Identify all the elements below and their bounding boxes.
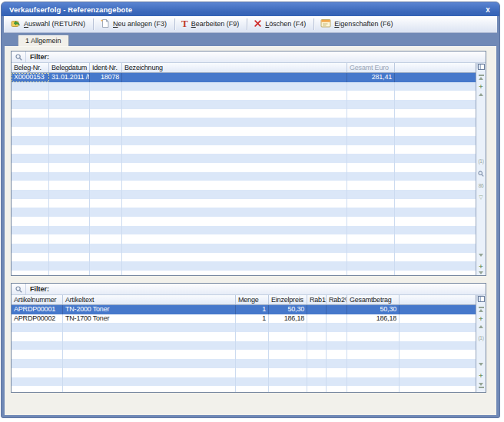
column-header-ident-nr-[interactable]: Ident-Nr.	[90, 63, 122, 72]
insert-row-icon[interactable]: +	[476, 316, 486, 322]
cell	[395, 73, 476, 82]
column-header-rab2-[interactable]: Rab2%	[327, 295, 347, 304]
cell	[327, 377, 347, 387]
cell	[347, 82, 395, 91]
table-row[interactable]: X000015331.01.2011 /Mo18078281,41	[12, 73, 476, 82]
cell	[12, 261, 49, 271]
select-return-icon	[11, 18, 21, 29]
cell	[395, 226, 476, 235]
cell	[347, 100, 395, 109]
cell	[12, 341, 63, 351]
cell	[63, 341, 236, 351]
cell	[49, 199, 90, 208]
cell	[49, 109, 90, 118]
cell	[395, 172, 476, 181]
cell	[347, 154, 395, 163]
bearbeiten-button[interactable]: T Bearbeiten (F9)	[177, 18, 244, 31]
empty-row	[12, 350, 476, 359]
column-header-einzelpreis[interactable]: Einzelpreis	[269, 295, 307, 304]
append-row-icon[interactable]: +	[476, 373, 486, 379]
column-header-beleg-nr-[interactable]: Beleg-Nr.	[12, 63, 49, 72]
scroll-bottom-icon[interactable]	[476, 271, 486, 276]
column-header-bezeichnung[interactable]: Bezeichnung	[122, 63, 347, 72]
move-down-icon[interactable]	[476, 363, 486, 366]
empty-row	[12, 100, 476, 109]
cell	[395, 234, 476, 244]
empty-row	[12, 91, 476, 100]
scroll-top-icon[interactable]	[476, 74, 486, 80]
cell	[63, 359, 236, 368]
cell	[395, 91, 476, 100]
cell	[307, 350, 327, 359]
cell	[327, 341, 347, 351]
cell	[122, 91, 347, 100]
cell: 1	[236, 314, 269, 324]
column-header-belegdatum[interactable]: Belegdatum	[49, 63, 90, 72]
cell	[49, 154, 90, 163]
cell	[12, 226, 49, 235]
column-options-icon[interactable]	[476, 296, 486, 302]
loeschen-button[interactable]: Löschen (F4)	[250, 18, 311, 32]
app-window: Verkaufserfolg - Referenzangebote x Ausw…	[1, 2, 500, 418]
cell	[12, 109, 49, 118]
cell	[122, 253, 347, 262]
cell	[90, 100, 122, 109]
cell	[347, 226, 395, 235]
column-header-gesamtbetrag[interactable]: Gesamtbetrag	[347, 295, 400, 304]
column-header-artikeltext[interactable]: Artikeltext	[63, 295, 236, 304]
record-count-icon[interactable]: (1)	[476, 158, 486, 164]
search-icon[interactable]	[12, 284, 26, 294]
neu-anlegen-button[interactable]: Neu anlegen (F3)	[96, 17, 172, 32]
cell	[12, 368, 63, 377]
column-header-rab1-[interactable]: Rab1%	[307, 295, 327, 304]
column-header-menge[interactable]: Menge	[236, 295, 269, 304]
cell	[327, 332, 347, 341]
append-row-icon[interactable]: +	[476, 264, 486, 270]
insert-row-icon[interactable]: +	[476, 84, 486, 90]
cell	[122, 271, 347, 276]
cell	[12, 253, 49, 262]
scroll-top-icon[interactable]	[476, 306, 486, 312]
cell	[307, 359, 327, 368]
search-icon[interactable]	[12, 52, 26, 62]
tab-allgemein[interactable]: 1 Allgemein	[18, 35, 69, 47]
delete-icon	[254, 19, 262, 29]
cell	[395, 100, 476, 109]
empty-row	[12, 244, 476, 253]
cell	[327, 386, 347, 393]
cell	[236, 341, 269, 351]
scroll-bottom-icon[interactable]	[476, 383, 486, 389]
move-up-icon[interactable]	[476, 325, 486, 328]
title-bar[interactable]: Verkaufserfolg - Referenzangebote x	[2, 2, 499, 16]
cell	[269, 323, 307, 332]
close-button[interactable]: x	[484, 5, 492, 14]
record-number-icon[interactable]: 86	[476, 183, 486, 188]
cell	[347, 323, 400, 332]
eigenschaften-button[interactable]: Eigenschaften (F6)	[317, 17, 398, 32]
cell	[269, 359, 307, 368]
cell	[90, 253, 122, 262]
cell	[347, 234, 395, 244]
table-row[interactable]: APRDP00002TN-1700 Toner1186,18186,18	[12, 314, 476, 324]
record-count-icon[interactable]: (1)	[476, 335, 486, 341]
filter-icon[interactable]: ▽	[476, 194, 486, 200]
cell	[347, 109, 395, 118]
column-options-icon[interactable]	[476, 64, 486, 70]
auswahl-button[interactable]: Auswahl (RETURN)	[7, 17, 91, 32]
properties-icon	[320, 18, 331, 29]
cell	[12, 181, 49, 190]
cell	[269, 341, 307, 351]
move-down-icon[interactable]	[476, 254, 486, 257]
table-row[interactable]: APRDP00001TN-2000 Toner150,3050,30	[12, 305, 476, 314]
column-header-gesamt-euro[interactable]: Gesamt Euro	[347, 63, 395, 72]
cell	[327, 323, 347, 332]
cell	[327, 314, 347, 324]
move-up-icon[interactable]	[476, 93, 486, 96]
cell	[395, 82, 476, 91]
cell: 31.01.2011 /Mo	[49, 73, 90, 82]
cell	[12, 350, 63, 359]
empty-row	[12, 359, 476, 368]
search-icon[interactable]	[476, 171, 486, 177]
cell	[122, 261, 347, 271]
column-header-artikelnummer[interactable]: Artikelnummer	[12, 295, 63, 304]
